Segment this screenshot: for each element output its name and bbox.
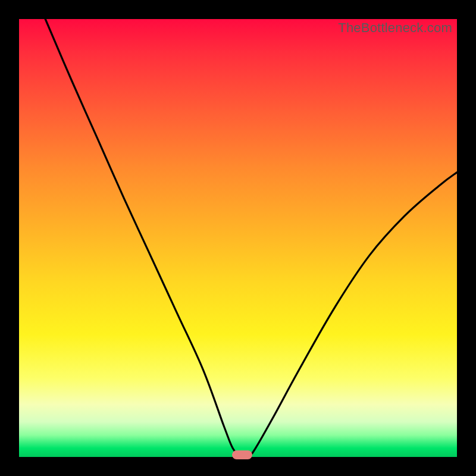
watermark-text: TheBottleneck.com	[338, 20, 452, 36]
optimal-marker	[232, 450, 252, 459]
chart-frame: TheBottleneck.com	[0, 0, 476, 476]
bottleneck-curve	[19, 19, 457, 457]
curve-path	[45, 19, 457, 456]
